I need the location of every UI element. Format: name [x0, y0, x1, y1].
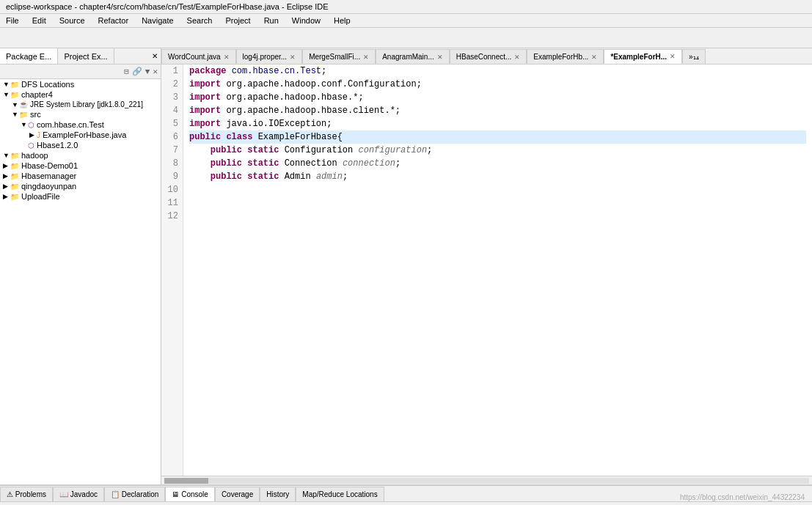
line-number-8: 8	[166, 157, 178, 170]
explorer-toolbar: ⊟ 🔗 ▼ ✕	[0, 64, 161, 79]
tree-icon-6: ⬡	[28, 141, 34, 150]
line-number-4: 4	[166, 104, 178, 117]
editor-tab-7[interactable]: »₁₄	[682, 49, 706, 64]
tree-label-6: Hbase1.2.0	[37, 141, 78, 150]
explorer-menu-icon[interactable]: ▼	[144, 67, 152, 77]
tree-item-8[interactable]: 📁Hbase-Demo01	[0, 161, 161, 171]
menu-item-window[interactable]: Window	[289, 15, 323, 26]
code-line-6: import java.io.IOException;	[189, 117, 806, 130]
tree-item-10[interactable]: 📁qingdaoyunpan	[0, 181, 161, 191]
tree-label-4: com.hbase.cn.Test	[37, 120, 104, 129]
editor-tab-5[interactable]: ExampleForHb...✕	[527, 49, 604, 64]
editor-tab-label-5: ExampleForHb...	[533, 53, 588, 61]
console-tab-3[interactable]: 🖥 Console	[165, 487, 214, 501]
tree-icon-5: J	[37, 131, 40, 139]
editor-tab-label-3: AnagramMain...	[382, 53, 434, 61]
tree-item-6[interactable]: ⬡Hbase1.2.0	[0, 140, 161, 150]
code-line-3: import org.apache.hadoop.conf.Configurat…	[189, 78, 806, 91]
tree-item-3[interactable]: 📁src	[0, 109, 161, 119]
collapse-all-icon[interactable]: ⊟	[122, 66, 131, 77]
editor-tab-4[interactable]: HBaseConnect...✕	[450, 49, 527, 64]
editor-tab-close-1[interactable]: ✕	[290, 54, 296, 61]
tree-item-2[interactable]: ☕JRE System Library [jdk1.8.0_221]	[0, 100, 161, 109]
menu-item-navigate[interactable]: Navigate	[139, 15, 176, 26]
menu-item-run[interactable]: Run	[261, 15, 282, 26]
editor-tab-3[interactable]: AnagramMain...✕	[376, 49, 450, 64]
console-tab-label-4: Coverage	[222, 490, 253, 498]
code-content: 123456789101112 package com.hbase.cn.Tes…	[161, 64, 812, 476]
console-tab-4[interactable]: Coverage	[215, 487, 260, 501]
code-editor[interactable]: 123456789101112 package com.hbase.cn.Tes…	[161, 64, 812, 476]
tree-icon-1: 📁	[10, 91, 19, 99]
editor-tabs: WordCount.java✕log4j.proper...✕MergeSmal…	[161, 48, 812, 64]
tree-icon-9: 📁	[10, 172, 19, 180]
code-line-5: import org.apache.hadoop.hbase.client.*;	[189, 104, 806, 117]
menu-item-source[interactable]: Source	[56, 15, 88, 26]
tree-item-0[interactable]: 📁DFS Locations	[0, 79, 161, 89]
tree-item-5[interactable]: JExampleForHbase.java	[0, 130, 161, 140]
menu-item-project[interactable]: Project	[222, 15, 253, 26]
tree-arrow-4	[21, 121, 28, 128]
tree-icon-11: 📁	[10, 193, 19, 201]
tree-item-4[interactable]: ⬡com.hbase.cn.Test	[0, 119, 161, 130]
link-editor-icon[interactable]: 🔗	[131, 66, 144, 77]
editor-tab-close-2[interactable]: ✕	[363, 54, 369, 61]
tree-item-7[interactable]: 📁hadoop	[0, 150, 161, 161]
tree-arrow-2	[12, 101, 19, 108]
console-tab-5[interactable]: History	[260, 487, 296, 501]
console-tab-label-2: 📋 Declaration	[111, 490, 158, 498]
tab-project-explorer[interactable]: Project Ex...	[58, 48, 114, 64]
title-text: eclipse-workspace - chapter4/src/com/hba…	[6, 2, 329, 11]
package-explorer: Package E... Project Ex... ✕ ⊟ 🔗 ▼ ✕ 📁DF…	[0, 48, 161, 484]
editor-tab-2[interactable]: MergeSmallFi...✕	[302, 49, 376, 64]
watermark: https://blog.csdn.net/weixin_44322234	[680, 493, 805, 501]
tree-icon-8: 📁	[10, 162, 19, 170]
editor-tab-0[interactable]: WordCount.java✕	[161, 49, 236, 64]
tab-package-explorer[interactable]: Package E...	[0, 48, 58, 64]
tree-item-11[interactable]: 📁UploadFile	[0, 191, 161, 202]
menu-item-edit[interactable]: Edit	[29, 15, 49, 26]
line-number-3: 3	[166, 91, 178, 104]
code-line-1: package com.hbase.cn.Test;	[189, 64, 806, 78]
console-tab-6[interactable]: Map/Reduce Locations	[296, 487, 384, 501]
editor-tab-label-4: HBaseConnect...	[456, 53, 512, 61]
editor-tab-6[interactable]: *ExampleForH...✕	[604, 49, 682, 64]
tree-label-0: DFS Locations	[21, 80, 74, 89]
tree-label-1: chapter4	[21, 90, 53, 99]
tab-package-explorer-label: Package E...	[6, 52, 51, 61]
menu-item-search[interactable]: Search	[184, 15, 216, 26]
console-tab-label-0: ⚠ Problems	[7, 490, 46, 498]
code-line-8: public class ExampleForHbase{	[189, 130, 806, 144]
line-numbers: 123456789101112	[161, 64, 183, 476]
code-line-10: public static Connection connection;	[189, 157, 806, 170]
code-line-11: public static Admin admin;	[189, 170, 806, 183]
explorer-tabs: Package E... Project Ex... ✕	[0, 48, 161, 64]
tree-icon-3: 📁	[19, 111, 28, 119]
console-tab-2[interactable]: 📋 Declaration	[104, 487, 165, 501]
explorer-close-icon[interactable]: ✕	[151, 66, 159, 77]
tree-item-9[interactable]: 📁Hbasemanager	[0, 171, 161, 181]
editor-tab-close-6[interactable]: ✕	[670, 53, 676, 60]
console-tab-1[interactable]: 📖 Javadoc	[53, 487, 104, 501]
line-number-12: 12	[166, 210, 178, 223]
explorer-tab-close[interactable]: ✕	[149, 52, 161, 60]
editor-tab-close-4[interactable]: ✕	[514, 54, 520, 61]
tree-arrow-11	[3, 193, 10, 200]
editor-tab-close-5[interactable]: ✕	[591, 54, 597, 61]
editor-tab-1[interactable]: log4j.proper...✕	[236, 49, 303, 64]
menu-item-help[interactable]: Help	[331, 15, 354, 26]
editor-tab-close-3[interactable]: ✕	[437, 54, 443, 61]
editor-tab-label-0: WordCount.java	[168, 53, 221, 61]
line-number-6: 6	[166, 130, 178, 144]
hscroll-thumb[interactable]	[164, 478, 208, 484]
tree-icon-10: 📁	[10, 183, 19, 191]
editor-tab-close-0[interactable]: ✕	[224, 54, 230, 61]
tree-label-8: Hbase-Demo01	[21, 161, 78, 170]
menu-item-file[interactable]: File	[3, 15, 22, 26]
console-tab-0[interactable]: ⚠ Problems	[0, 487, 53, 501]
menu-item-refactor[interactable]: Refactor	[95, 15, 132, 26]
line-number-2: 2	[166, 78, 178, 91]
editor-hscroll[interactable]	[161, 476, 812, 484]
line-number-9: 9	[166, 170, 178, 183]
tree-item-1[interactable]: 📁chapter4	[0, 89, 161, 100]
